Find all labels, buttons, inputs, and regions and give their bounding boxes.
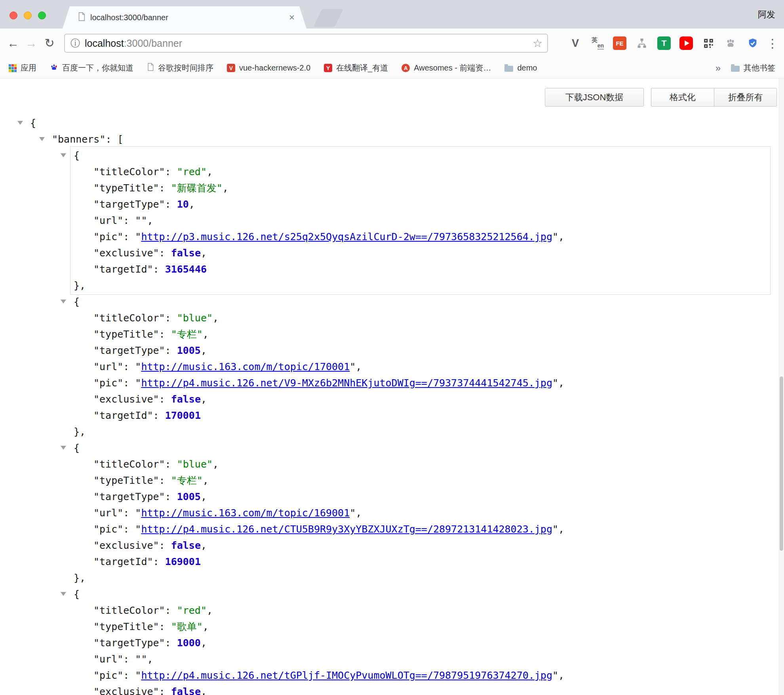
- json-property: "titleColor": "blue",: [0, 310, 784, 326]
- json-comma: ,: [201, 345, 207, 356]
- collapse-toggle-icon[interactable]: [61, 300, 66, 304]
- json-value-string: "red": [177, 605, 207, 616]
- json-comma: ,: [147, 653, 153, 665]
- json-url-link[interactable]: http://p4.music.126.net/tGPljf-IMOCyPvum…: [141, 670, 552, 681]
- json-property: "url": "",: [0, 212, 784, 229]
- scrollbar-thumb[interactable]: [780, 376, 783, 551]
- format-button[interactable]: 格式化: [651, 88, 714, 107]
- browser-tab[interactable]: localhost:3000/banner ×: [63, 6, 306, 29]
- bookmark-vue-hackernews[interactable]: V vue-hackernews-2.0: [227, 63, 310, 73]
- bookmark-label: demo: [517, 63, 537, 73]
- json-value-string: "blue": [177, 458, 213, 470]
- json-brace: {: [74, 588, 80, 600]
- bookmark-label: Awesomes - 前端资…: [414, 63, 491, 73]
- qrcode-extension-icon[interactable]: [702, 36, 715, 50]
- json-key: "targetType":: [93, 199, 177, 210]
- other-bookmarks-folder[interactable]: 其他书签: [731, 63, 775, 73]
- json-value-string: "新碟首发": [171, 182, 223, 194]
- json-key: "typeTitle":: [93, 182, 171, 194]
- bookmarks-right-group: » 其他书签: [715, 63, 775, 74]
- collapse-all-button[interactable]: 折叠所有: [714, 88, 777, 107]
- bookmark-baidu[interactable]: 百度一下，你就知道: [50, 63, 133, 73]
- shield-check-extension-icon[interactable]: [746, 36, 759, 50]
- json-quote: ": [552, 377, 558, 389]
- fehelper-extension-icon[interactable]: FE: [613, 36, 626, 50]
- scrollbar-track[interactable]: [779, 78, 784, 695]
- new-tab-button[interactable]: [313, 9, 343, 27]
- translate-extension-icon[interactable]: 英 en: [591, 36, 604, 50]
- collapse-toggle-icon[interactable]: [17, 121, 23, 125]
- collapse-toggle-icon[interactable]: [61, 153, 66, 157]
- security-extension-icon[interactable]: T: [657, 36, 671, 50]
- json-property: "targetType": 1005,: [0, 489, 784, 505]
- address-bar[interactable]: ⓘ localhost:3000/banner ☆: [64, 34, 548, 53]
- download-json-button[interactable]: 下载JSON数据: [545, 88, 644, 107]
- json-comma: ,: [201, 491, 207, 502]
- json-object-close-token: },: [74, 280, 86, 291]
- minimize-window-button[interactable]: [24, 11, 32, 19]
- json-url-link[interactable]: http://p3.music.126.net/s25q2x5QyqsAzilC…: [141, 231, 552, 242]
- profile-name[interactable]: 阿发: [758, 9, 775, 21]
- collapse-toggle-icon[interactable]: [39, 137, 45, 141]
- json-object-close: },: [0, 570, 784, 586]
- bookmark-awesomes[interactable]: A Awesomes - 前端资…: [402, 63, 491, 73]
- youtube-extension-icon[interactable]: [679, 36, 693, 50]
- other-bookmarks-label: 其他书签: [744, 63, 775, 73]
- json-property: "titleColor": "red",: [0, 602, 784, 619]
- json-key: "targetId":: [93, 410, 165, 421]
- bookmark-demo-folder[interactable]: demo: [504, 63, 537, 73]
- json-comma: ,: [558, 670, 564, 681]
- json-property: "targetType": 10,: [0, 196, 784, 212]
- translate-zh-label: 英: [592, 36, 598, 44]
- bookmark-star-icon[interactable]: ☆: [533, 37, 542, 50]
- json-url-link[interactable]: http://music.163.com/m/topic/169001: [141, 507, 350, 519]
- json-property: "titleColor": "red",: [0, 164, 784, 180]
- collapse-toggle-icon[interactable]: [61, 446, 66, 450]
- json-key: "exclusive":: [93, 686, 171, 695]
- json-quote: ": [552, 670, 558, 681]
- json-value-boolean: false: [171, 393, 201, 405]
- json-comma: ,: [203, 475, 209, 486]
- page-favicon-icon: [78, 12, 86, 23]
- json-object-close-token: },: [74, 572, 86, 584]
- back-icon[interactable]: ←: [4, 37, 22, 49]
- json-url-link[interactable]: http://p4.music.126.net/CTU5B9R9y3XyYBZX…: [141, 523, 552, 535]
- json-property: "typeTitle": "歌单",: [0, 619, 784, 635]
- baidu-paw-icon: [50, 63, 58, 73]
- json-url-link[interactable]: http://p4.music.126.net/V9-MXz6b2MNhEKju…: [141, 377, 552, 389]
- tab-close-icon[interactable]: ×: [289, 13, 295, 22]
- bookmark-label: vue-hackernews-2.0: [239, 63, 310, 73]
- fullscreen-window-button[interactable]: [38, 11, 46, 19]
- reload-icon[interactable]: ↻: [40, 37, 59, 49]
- navigation-bar: ← → ↻ ⓘ localhost:3000/banner ☆ V 英 en F…: [0, 29, 784, 58]
- json-quote: ": [135, 377, 141, 389]
- json-banners-open: "banners": [: [0, 131, 784, 147]
- json-url-link[interactable]: http://music.163.com/m/topic/170001: [141, 361, 350, 372]
- page-info-icon[interactable]: ⓘ: [70, 37, 80, 50]
- sitemap-extension-icon[interactable]: [635, 36, 649, 50]
- paw-extension-icon[interactable]: [724, 36, 737, 50]
- json-value-number: 169001: [165, 556, 201, 567]
- json-value-string: "歌单": [171, 621, 203, 632]
- json-value-number: 1000: [177, 637, 201, 649]
- json-comma: ,: [201, 393, 207, 405]
- json-property: "exclusive": false,: [0, 245, 784, 261]
- json-object-open: {: [0, 147, 784, 164]
- bookmark-google-sort[interactable]: 谷歌按时间排序: [147, 63, 213, 73]
- json-comma: ,: [356, 507, 362, 519]
- json-value-string: "专栏": [171, 475, 203, 486]
- collapse-toggle-icon[interactable]: [61, 592, 66, 596]
- browser-menu-icon[interactable]: ⋮: [767, 36, 778, 50]
- json-empty-string: "": [135, 215, 147, 226]
- json-comma: ,: [558, 231, 564, 242]
- close-window-button[interactable]: [10, 11, 17, 19]
- json-toolbar: 下载JSON数据 格式化 折叠所有: [545, 88, 777, 107]
- vimium-extension-icon[interactable]: V: [569, 36, 582, 50]
- json-property: "typeTitle": "新碟首发",: [0, 180, 784, 196]
- bookmark-apps[interactable]: 应用: [9, 63, 36, 73]
- bookmarks-overflow-icon[interactable]: »: [715, 63, 721, 74]
- bookmark-youdao[interactable]: Y 在线翻译_有道: [324, 63, 388, 73]
- vue-favicon: V: [227, 64, 235, 72]
- json-comma: ,: [189, 199, 195, 210]
- json-quote: ": [552, 523, 558, 535]
